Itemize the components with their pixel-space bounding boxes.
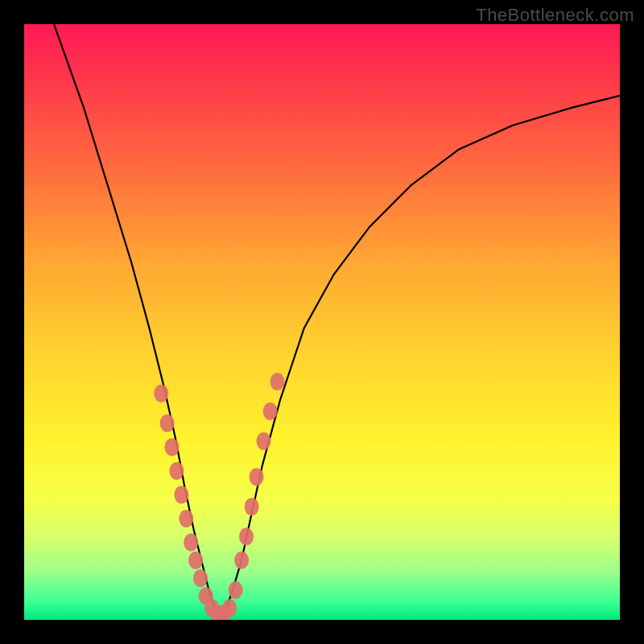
highlight-marker	[239, 527, 254, 545]
highlighted-points-group	[154, 373, 284, 620]
bottleneck-curve-svg	[24, 24, 620, 620]
chart-frame: TheBottleneck.com	[0, 0, 644, 644]
highlight-marker	[188, 551, 203, 569]
highlight-marker	[184, 534, 198, 551]
bottleneck-curve-path	[54, 24, 620, 614]
highlight-marker	[165, 438, 180, 456]
highlight-marker	[154, 385, 168, 402]
highlight-marker	[169, 462, 184, 480]
highlight-marker	[160, 415, 175, 432]
highlight-marker	[263, 402, 278, 420]
highlight-marker	[229, 581, 243, 599]
highlight-marker	[234, 551, 249, 569]
highlight-marker	[250, 468, 264, 485]
highlight-marker	[193, 569, 208, 587]
chart-plot-area	[24, 24, 620, 620]
highlight-marker	[257, 432, 271, 450]
highlight-marker	[270, 373, 285, 390]
highlight-marker	[179, 510, 193, 527]
highlight-marker	[174, 486, 188, 504]
highlight-marker	[245, 497, 259, 515]
watermark-text: TheBottleneck.com	[476, 5, 634, 26]
highlight-marker	[222, 599, 237, 617]
